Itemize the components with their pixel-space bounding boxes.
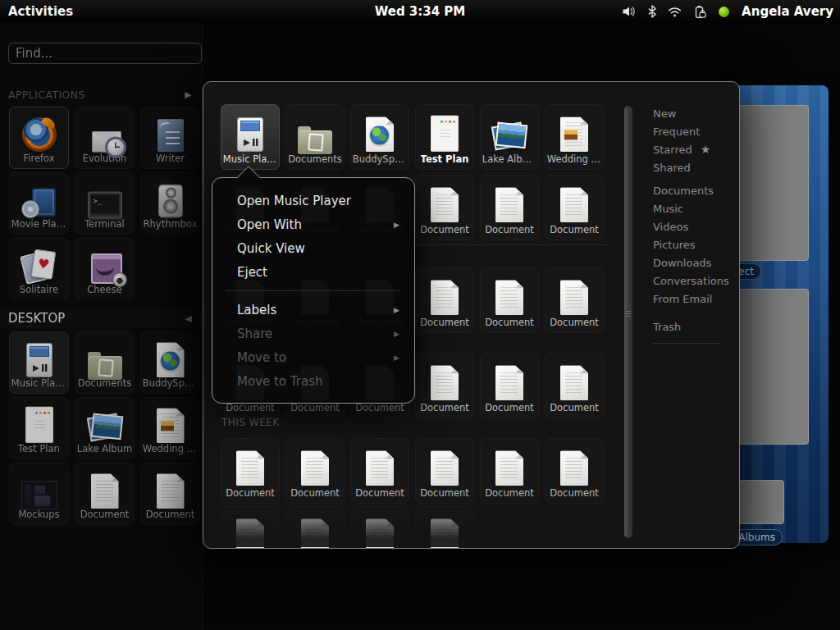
expand-right-icon[interactable] [185,89,192,100]
desktop-tile-documents[interactable]: Documents [75,331,135,394]
this-week-section-label: THIS WEEK [221,417,280,428]
background-window[interactable]: ect o Albums [728,85,829,543]
wifi-icon[interactable] [668,6,682,18]
bluetooth-icon[interactable] [647,5,657,18]
file-tile-document[interactable]: Document [480,267,539,333]
app-tile-firefox[interactable]: Firefox [9,107,69,169]
file-tile-document[interactable]: Document [545,175,604,240]
nav-item-documents[interactable]: Documents [653,181,735,199]
menu-item-move-to[interactable]: Move to [212,345,414,369]
photo-album-icon [86,412,124,443]
file-tile-wedding-pl[interactable]: Wedding Pl... [545,104,604,170]
nav-item-conversations[interactable]: Conversations [653,272,735,290]
tile-label: Document [485,487,534,499]
left-sidebar: APPLICATIONS Firefox Evolution Writer [0,23,203,630]
file-tile-test-plan[interactable]: Test Plan [415,104,474,170]
document-icon [560,187,588,222]
desktop-tile-wedding-pl[interactable]: Wedding Pl... [140,397,200,459]
tile-label: Wedding Pl... [143,443,198,454]
nav-item-shared[interactable]: Shared [653,158,735,176]
app-tile-writer[interactable]: Writer [140,107,200,169]
app-tile-solitaire[interactable]: Solitaire [9,238,69,300]
file-tile-item[interactable] [415,506,474,549]
menu-item-open-music-player[interactable]: Open Music Player [212,189,414,212]
desktop-tile-document[interactable]: Document [75,463,135,525]
file-tile-document[interactable]: Document [415,353,474,418]
nav-item-starred[interactable]: Starred [653,140,735,158]
file-tile-document[interactable]: Document [480,438,539,504]
desktop-tile-buddyspace[interactable]: BuddySpace [140,331,200,394]
file-tile-music-player[interactable]: Music Player [221,104,280,170]
file-tile-document[interactable]: Document [545,438,604,504]
file-tile-lake-album[interactable]: Lake Album [480,104,539,170]
movie-player-icon [21,188,57,218]
file-tile-item[interactable] [350,506,409,549]
file-tile-document[interactable]: Document [415,267,474,333]
nav-item-label: New [653,107,676,120]
document-icon [431,280,459,315]
app-tile-evolution[interactable]: Evolution [75,107,135,169]
file-tile-document[interactable]: Document [480,175,539,240]
document-icon [301,518,329,549]
app-tile-cheese[interactable]: Cheese [75,238,135,300]
search-input[interactable] [8,43,202,64]
file-tile-buddyspace[interactable]: BuddySpace [350,104,409,170]
menu-item-move-to-trash[interactable]: Move to Trash [212,369,414,393]
nav-item-downloads[interactable]: Downloads [653,253,735,272]
tile-label: Document [226,487,275,499]
nav-item-new[interactable]: New [653,104,735,122]
volume-icon[interactable] [622,5,637,18]
wedding-doc-icon [560,116,588,152]
file-tile-documents[interactable]: Documents [285,104,345,170]
desktop-tile-music-player[interactable]: Music Player [9,331,69,394]
app-tile-terminal[interactable]: Terminal [75,172,135,235]
document-icon [431,187,459,222]
file-tile-document[interactable]: Document [545,353,604,418]
desktop-tile-mockups[interactable]: Mockups [9,463,69,525]
user-menu[interactable]: Angela Avery [742,4,833,19]
nav-item-trash[interactable]: Trash [653,317,735,336]
app-tile-rhythmbox[interactable]: Rhythmbox [140,172,200,235]
tile-label: Test Plan [421,153,469,165]
collapse-left-icon[interactable] [185,313,192,324]
menu-item-quick-view[interactable]: Quick View [212,236,414,260]
file-tile-document[interactable]: Document [415,175,474,240]
desktop-tile-test-plan[interactable]: Test Plan [9,397,69,459]
desktop-tile-lake-album[interactable]: Lake Album [75,397,135,459]
menu-item-label: Eject [237,265,267,280]
file-tile-document[interactable]: Document [480,353,539,418]
nav-item-videos[interactable]: Videos [653,217,735,235]
nav-item-frequent[interactable]: Frequent [653,122,735,140]
file-tile-document[interactable]: Document [350,438,409,504]
tile-label: Document [355,402,404,413]
nav-item-pictures[interactable]: Pictures [653,235,735,253]
activities-button[interactable]: Activities [8,4,73,19]
tile-label: Document [420,224,469,235]
document-icon [236,450,264,486]
file-tile-document[interactable]: Document [285,438,345,504]
clock[interactable]: Wed 3:34 PM [375,4,466,19]
battery-lock-icon[interactable] [692,5,706,19]
menu-item-eject[interactable]: Eject [212,260,414,284]
wedding-doc-icon [157,408,185,443]
app-tile-movie-player[interactable]: Movie Player [9,172,69,235]
nav-item-label: Shared [653,162,691,174]
tile-label: Document [550,487,599,499]
context-menu: Open Music Player Open With Quick View E… [212,177,415,404]
file-tile-item[interactable] [221,506,280,549]
file-tile-document[interactable]: Document [221,438,280,504]
file-tile-document[interactable]: Document [415,438,474,504]
nav-item-from-email[interactable]: From Email [653,290,735,308]
tile-label: Firefox [23,153,54,164]
menu-item-share[interactable]: Share [212,322,414,345]
nav-item-music[interactable]: Music [653,199,735,217]
file-tile-document[interactable]: Document [545,267,604,333]
menu-item-open-with[interactable]: Open With [212,212,414,236]
scrollbar[interactable] [624,106,632,538]
desktop-tile-document[interactable]: Document [140,463,200,525]
buddyspace-icon [157,342,185,377]
nav-item-label: Videos [653,221,688,233]
menu-item-labels[interactable]: Labels [212,298,414,322]
file-tile-item[interactable] [285,506,345,549]
menu-item-label: Move to [237,350,286,365]
